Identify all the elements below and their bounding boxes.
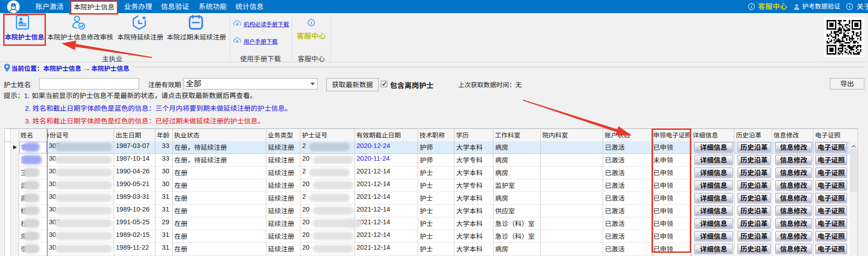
svg-text:i: i xyxy=(310,20,312,25)
svg-text:i: i xyxy=(849,4,850,9)
svg-text:i: i xyxy=(751,4,752,9)
